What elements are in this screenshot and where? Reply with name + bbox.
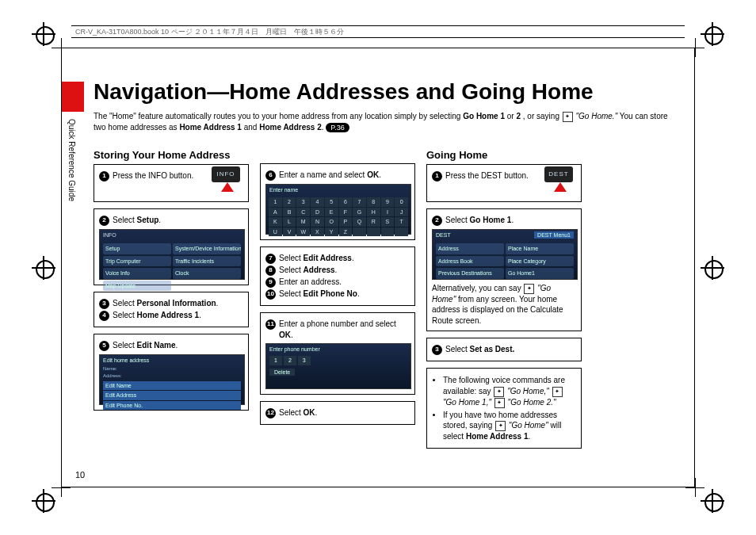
- voice-icon: ✦: [524, 284, 534, 294]
- screen-title: Enter phone number: [266, 344, 410, 354]
- screen-menu-item: Edit Phone No.: [103, 401, 241, 410]
- keyboard-key: 0: [395, 197, 408, 206]
- keyboard-key: B: [283, 208, 296, 216]
- keyboard-key: P: [339, 217, 353, 226]
- keyboard-key: C: [296, 208, 310, 216]
- step-text: Select OK.: [279, 407, 317, 418]
- screen-menu-item: Go Home1: [506, 268, 574, 278]
- keyboard-key: D: [311, 208, 324, 216]
- step-number-icon: 8: [265, 266, 276, 276]
- page-title: Navigation—Home Addresses and Going Home: [94, 79, 594, 105]
- step-box: 2Select Go Home 1. DESTDEST Menu1 Addres…: [426, 208, 582, 331]
- screen-menu-item: Place Name: [506, 243, 574, 254]
- keyboard-key: X: [311, 227, 324, 236]
- keyboard-key: 1: [269, 197, 282, 206]
- voice-commands-note: The following voice commands are availab…: [426, 368, 582, 449]
- page-number: 10: [75, 470, 85, 480]
- keyboard-key: I: [381, 208, 395, 216]
- step-number-icon: 11: [265, 319, 276, 330]
- alt-voice-note: Alternatively, you can say ✦ "Go Home" f…: [432, 283, 576, 326]
- step-text: Select Go Home 1.: [445, 215, 514, 226]
- screen-menu-item: Traffic Incidents: [173, 256, 241, 266]
- dest-button-illustration: DEST: [544, 166, 576, 192]
- dest-button-label: DEST: [544, 166, 573, 182]
- keyboard-key: 2: [283, 197, 296, 206]
- keyboard-key: K: [269, 217, 282, 226]
- info-button-illustration: INFO: [212, 166, 243, 192]
- step-text: Enter a name and select OK.: [279, 170, 381, 181]
- keyboard-key: V: [283, 227, 296, 236]
- section-heading: Going Home: [426, 149, 582, 161]
- intro-text: The "Home" feature automatically routes …: [94, 112, 463, 120]
- section-heading: Storing Your Home Address: [94, 149, 249, 161]
- step-box: 5Select Edit Name. Edit home address Nam…: [94, 334, 249, 411]
- registration-mark: [32, 256, 55, 280]
- up-arrow-icon: [221, 182, 234, 192]
- keyboard-key: S: [381, 217, 395, 226]
- step-box: 3Select Personal Information. 4Select Ho…: [94, 292, 249, 327]
- keyboard-key: R: [367, 217, 380, 226]
- intro-bold: 2: [516, 112, 521, 120]
- keyboard-key: A: [269, 208, 282, 216]
- step-text: Select Address.: [279, 265, 337, 276]
- step-number-icon: 4: [99, 311, 109, 321]
- keyboard-key: 4: [311, 197, 324, 206]
- edit-home-screen-illustration: Edit home address Name:Address: Edit Nam…: [99, 354, 245, 405]
- intro-bold: Go Home 1: [463, 112, 505, 120]
- step-box: 12Select OK.: [260, 401, 415, 425]
- keyboard-key: N: [311, 217, 324, 226]
- step-box: 7Select Edit Address. 8Select Address. 9…: [260, 246, 415, 306]
- list-item: The following voice commands are availab…: [443, 375, 576, 407]
- keyboard-key: Y: [325, 227, 338, 236]
- header-rule: [71, 37, 685, 38]
- keyboard-key: H: [367, 208, 380, 216]
- step-number-icon: 7: [265, 254, 276, 264]
- step-text: Select Edit Address.: [279, 253, 354, 264]
- step-number-icon: 2: [432, 216, 442, 226]
- keyboard-key: T: [395, 217, 408, 226]
- keyboard-key: E: [325, 208, 338, 216]
- screen-menu-item: Previous Destinations: [436, 268, 504, 278]
- step-text: Select Set as Dest.: [445, 344, 514, 355]
- step-number-icon: 1: [99, 171, 109, 182]
- step-text: Select Home Address 1.: [113, 310, 201, 321]
- step-number-icon: 12: [265, 408, 276, 418]
- keyboard-key: O: [325, 217, 338, 226]
- column-storing-home: Storing Your Home Address 1Press the INF…: [94, 149, 249, 417]
- step-number-icon: 2: [99, 216, 109, 226]
- screen-menu-item: Trip Computer: [103, 256, 171, 266]
- step-text: Enter an address.: [279, 277, 342, 288]
- list-item: If you have two home addresses stored, s…: [443, 410, 576, 442]
- section-color-tab: [62, 82, 84, 112]
- step-text: Select Edit Phone No.: [279, 289, 360, 300]
- screen-title: Enter name: [266, 185, 410, 195]
- screen-title: Edit home address: [100, 355, 244, 365]
- keyboard-key: 9: [381, 197, 395, 206]
- page-sheet: CR-V_KA-31T0A800.book 10 ページ ２０１１年７月４日 月…: [0, 0, 756, 535]
- keyboard-key: 5: [325, 197, 338, 206]
- keyboard-key: J: [395, 208, 408, 216]
- keyboard-key: [367, 227, 380, 236]
- step-text: Press the DEST button.: [445, 170, 529, 182]
- voice-icon: ✦: [552, 387, 563, 397]
- voice-icon: ✦: [563, 112, 573, 122]
- keyboard-key: W: [296, 227, 310, 236]
- keyboard-key: U: [269, 227, 282, 236]
- voice-icon: ✦: [494, 398, 505, 408]
- registration-mark: [701, 256, 724, 280]
- screen-menu-item: Edit Address: [103, 391, 241, 399]
- column-storing-home-continued: 6Enter a name and select OK. Enter name …: [260, 149, 415, 431]
- step-text: Press the INFO button.: [113, 170, 193, 182]
- keyboard-key: Z: [339, 227, 353, 236]
- keyboard-key: 8: [367, 197, 380, 206]
- screen-menu-item: Address: [436, 243, 504, 254]
- keyboard-key: 7: [353, 197, 366, 206]
- intro-bold: Home Address 2: [259, 123, 322, 132]
- keyboard-key: M: [296, 217, 310, 226]
- dest-menu-screen-illustration: DESTDEST Menu1 AddressPlace NameAddress …: [432, 229, 578, 280]
- keyboard-key: [381, 227, 395, 236]
- screen-menu-item: Edit Name: [103, 381, 241, 390]
- keyboard-key: L: [283, 217, 296, 226]
- screen-menu-item: Setup: [103, 243, 171, 254]
- step-text: Select Personal Information.: [113, 298, 218, 309]
